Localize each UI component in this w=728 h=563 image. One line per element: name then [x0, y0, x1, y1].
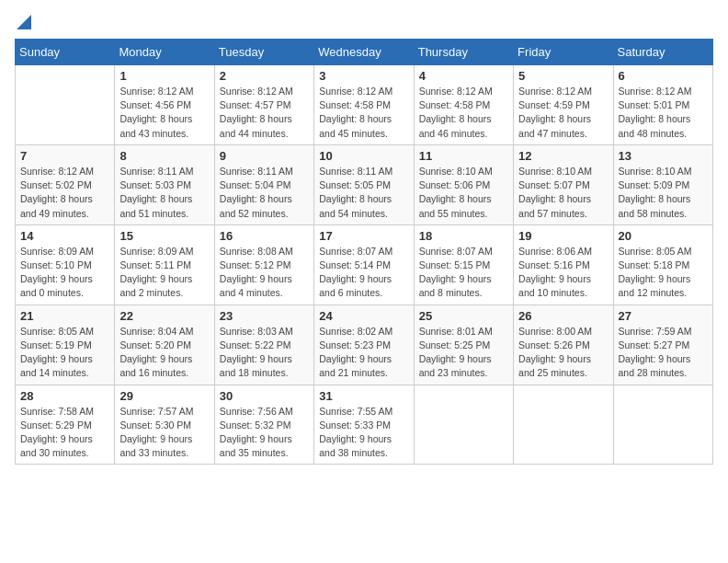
day-info: Sunrise: 8:11 AMSunset: 5:03 PMDaylight:…	[119, 165, 209, 221]
calendar-cell: 16 Sunrise: 8:08 AMSunset: 5:12 PMDaylig…	[214, 224, 313, 304]
calendar-cell: 19 Sunrise: 8:06 AMSunset: 5:16 PMDaylig…	[514, 224, 613, 304]
logo-icon	[17, 15, 31, 29]
calendar-cell: 30 Sunrise: 7:56 AMSunset: 5:32 PMDaylig…	[214, 385, 313, 465]
day-info: Sunrise: 7:56 AMSunset: 5:32 PMDaylight:…	[220, 405, 309, 461]
calendar-cell: 23 Sunrise: 8:03 AMSunset: 5:22 PMDaylig…	[214, 304, 313, 385]
day-number: 1	[119, 69, 209, 83]
day-info: Sunrise: 8:11 AMSunset: 5:04 PMDaylight:…	[220, 165, 309, 221]
calendar-cell: 27 Sunrise: 7:59 AMSunset: 5:27 PMDaylig…	[613, 304, 712, 385]
day-info: Sunrise: 8:10 AMSunset: 5:09 PMDaylight:…	[619, 165, 708, 221]
calendar-cell: 9 Sunrise: 8:11 AMSunset: 5:04 PMDayligh…	[214, 144, 313, 224]
calendar-cell: 28 Sunrise: 7:58 AMSunset: 5:29 PMDaylig…	[16, 385, 115, 465]
calendar-cell: 12 Sunrise: 8:10 AMSunset: 5:07 PMDaylig…	[514, 144, 613, 224]
logo	[15, 15, 31, 29]
calendar-week-row: 28 Sunrise: 7:58 AMSunset: 5:29 PMDaylig…	[16, 385, 713, 465]
day-info: Sunrise: 8:10 AMSunset: 5:07 PMDaylight:…	[518, 165, 608, 221]
calendar-cell	[414, 385, 513, 465]
day-number: 22	[119, 309, 209, 323]
day-info: Sunrise: 8:05 AMSunset: 5:19 PMDaylight:…	[20, 325, 109, 381]
calendar-cell	[613, 385, 712, 465]
calendar-week-row: 7 Sunrise: 8:12 AMSunset: 5:02 PMDayligh…	[16, 144, 713, 224]
day-number: 31	[319, 389, 408, 403]
day-info: Sunrise: 7:59 AMSunset: 5:27 PMDaylight:…	[619, 325, 708, 381]
calendar-cell: 4 Sunrise: 8:12 AMSunset: 4:58 PMDayligh…	[414, 65, 513, 145]
day-info: Sunrise: 8:09 AMSunset: 5:10 PMDaylight:…	[20, 245, 109, 301]
day-info: Sunrise: 8:12 AMSunset: 4:58 PMDaylight:…	[319, 85, 408, 141]
day-info: Sunrise: 8:12 AMSunset: 4:57 PMDaylight:…	[220, 85, 309, 141]
day-number: 10	[319, 149, 408, 163]
day-number: 26	[518, 309, 608, 323]
day-number: 29	[119, 389, 209, 403]
day-number: 24	[319, 309, 408, 323]
calendar-cell: 7 Sunrise: 8:12 AMSunset: 5:02 PMDayligh…	[16, 144, 115, 224]
day-info: Sunrise: 8:12 AMSunset: 4:56 PMDaylight:…	[119, 85, 209, 141]
calendar-cell: 14 Sunrise: 8:09 AMSunset: 5:10 PMDaylig…	[16, 224, 115, 304]
day-number: 13	[619, 149, 708, 163]
calendar-cell: 11 Sunrise: 8:10 AMSunset: 5:06 PMDaylig…	[414, 144, 513, 224]
day-info: Sunrise: 8:07 AMSunset: 5:15 PMDaylight:…	[419, 245, 508, 301]
day-info: Sunrise: 8:01 AMSunset: 5:25 PMDaylight:…	[419, 325, 508, 381]
day-number: 2	[220, 69, 309, 83]
calendar-cell: 20 Sunrise: 8:05 AMSunset: 5:18 PMDaylig…	[613, 224, 712, 304]
weekday-header-monday: Monday	[115, 40, 214, 65]
day-info: Sunrise: 8:12 AMSunset: 5:01 PMDaylight:…	[619, 85, 708, 141]
day-info: Sunrise: 8:03 AMSunset: 5:22 PMDaylight:…	[220, 325, 309, 381]
day-number: 5	[518, 69, 608, 83]
calendar-cell: 17 Sunrise: 8:07 AMSunset: 5:14 PMDaylig…	[314, 224, 414, 304]
day-info: Sunrise: 8:12 AMSunset: 4:59 PMDaylight:…	[518, 85, 608, 141]
calendar-week-row: 21 Sunrise: 8:05 AMSunset: 5:19 PMDaylig…	[16, 304, 713, 385]
calendar-cell: 13 Sunrise: 8:10 AMSunset: 5:09 PMDaylig…	[613, 144, 712, 224]
calendar-cell: 25 Sunrise: 8:01 AMSunset: 5:25 PMDaylig…	[414, 304, 513, 385]
day-number: 18	[419, 229, 508, 243]
day-info: Sunrise: 8:07 AMSunset: 5:14 PMDaylight:…	[319, 245, 408, 301]
day-info: Sunrise: 8:09 AMSunset: 5:11 PMDaylight:…	[119, 245, 209, 301]
calendar-week-row: 1 Sunrise: 8:12 AMSunset: 4:56 PMDayligh…	[16, 65, 713, 145]
day-number: 11	[419, 149, 508, 163]
day-number: 21	[20, 309, 109, 323]
calendar-cell: 3 Sunrise: 8:12 AMSunset: 4:58 PMDayligh…	[314, 65, 414, 145]
calendar-cell: 31 Sunrise: 7:55 AMSunset: 5:33 PMDaylig…	[314, 385, 414, 465]
calendar-cell: 29 Sunrise: 7:57 AMSunset: 5:30 PMDaylig…	[115, 385, 214, 465]
day-info: Sunrise: 8:06 AMSunset: 5:16 PMDaylight:…	[518, 245, 608, 301]
day-info: Sunrise: 8:02 AMSunset: 5:23 PMDaylight:…	[319, 325, 408, 381]
day-info: Sunrise: 7:58 AMSunset: 5:29 PMDaylight:…	[20, 405, 109, 461]
day-number: 4	[419, 69, 508, 83]
day-number: 6	[619, 69, 708, 83]
day-info: Sunrise: 7:55 AMSunset: 5:33 PMDaylight:…	[319, 405, 408, 461]
weekday-header-wednesday: Wednesday	[314, 40, 414, 65]
day-number: 15	[119, 229, 209, 243]
calendar-cell: 1 Sunrise: 8:12 AMSunset: 4:56 PMDayligh…	[115, 65, 214, 145]
calendar-cell	[16, 65, 115, 145]
calendar-cell: 24 Sunrise: 8:02 AMSunset: 5:23 PMDaylig…	[314, 304, 414, 385]
calendar-table: SundayMondayTuesdayWednesdayThursdayFrid…	[15, 39, 713, 465]
day-info: Sunrise: 8:08 AMSunset: 5:12 PMDaylight:…	[220, 245, 309, 301]
day-number: 8	[119, 149, 209, 163]
weekday-header-thursday: Thursday	[414, 40, 513, 65]
weekday-header-saturday: Saturday	[613, 40, 712, 65]
weekday-header-friday: Friday	[514, 40, 613, 65]
weekday-header-row: SundayMondayTuesdayWednesdayThursdayFrid…	[16, 40, 713, 65]
calendar-cell: 10 Sunrise: 8:11 AMSunset: 5:05 PMDaylig…	[314, 144, 414, 224]
weekday-header-tuesday: Tuesday	[214, 40, 313, 65]
calendar-cell: 6 Sunrise: 8:12 AMSunset: 5:01 PMDayligh…	[613, 65, 712, 145]
calendar-cell: 15 Sunrise: 8:09 AMSunset: 5:11 PMDaylig…	[115, 224, 214, 304]
day-info: Sunrise: 8:12 AMSunset: 5:02 PMDaylight:…	[20, 165, 109, 221]
day-number: 30	[220, 389, 309, 403]
day-info: Sunrise: 8:00 AMSunset: 5:26 PMDaylight:…	[518, 325, 608, 381]
day-number: 17	[319, 229, 408, 243]
calendar-cell	[514, 385, 613, 465]
day-info: Sunrise: 8:12 AMSunset: 4:58 PMDaylight:…	[419, 85, 508, 141]
day-info: Sunrise: 7:57 AMSunset: 5:30 PMDaylight:…	[119, 405, 209, 461]
day-number: 9	[220, 149, 309, 163]
svg-marker-0	[17, 15, 31, 29]
day-number: 3	[319, 69, 408, 83]
day-number: 19	[518, 229, 608, 243]
day-info: Sunrise: 8:04 AMSunset: 5:20 PMDaylight:…	[119, 325, 209, 381]
day-number: 25	[419, 309, 508, 323]
day-number: 7	[20, 149, 109, 163]
day-number: 20	[619, 229, 708, 243]
weekday-header-sunday: Sunday	[16, 40, 115, 65]
day-number: 12	[518, 149, 608, 163]
day-number: 14	[20, 229, 109, 243]
day-info: Sunrise: 8:11 AMSunset: 5:05 PMDaylight:…	[319, 165, 408, 221]
